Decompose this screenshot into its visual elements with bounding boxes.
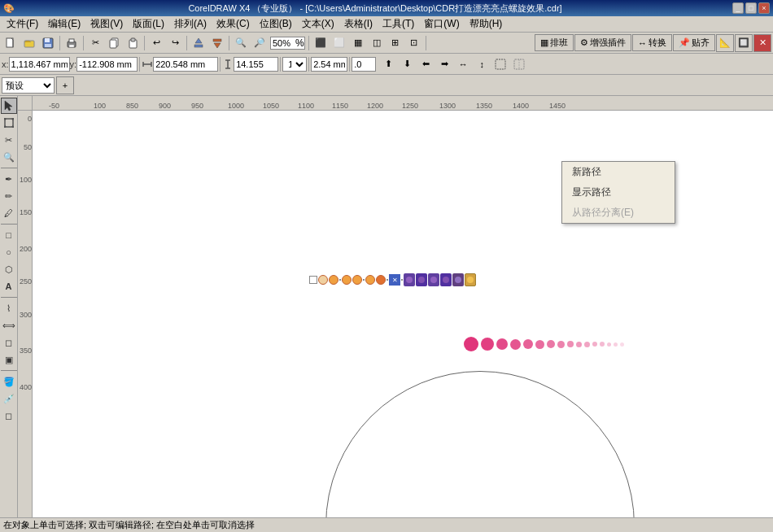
zhantie-button[interactable]: 📌 贴齐 — [673, 34, 715, 51]
text-tool[interactable]: A — [1, 278, 17, 294]
dot-14 — [614, 342, 618, 347]
redo-button[interactable]: ↪ — [166, 34, 184, 52]
bezier-tool[interactable]: ✏ — [1, 188, 17, 204]
align-right[interactable]: ⬅ — [417, 55, 435, 73]
x-input[interactable] — [9, 57, 70, 72]
ruler-vtick: 50 — [24, 143, 32, 151]
ornament-2 — [329, 275, 338, 285]
zhuanhuan-button[interactable]: ↔ 转换 — [632, 34, 672, 51]
tb-btn-6[interactable]: ⊡ — [405, 34, 423, 52]
open-button[interactable] — [20, 34, 38, 52]
menu-window[interactable]: 窗口(W) — [419, 15, 464, 33]
font-select[interactable]: 14 — [282, 57, 307, 72]
dot-5 — [535, 340, 544, 349]
align-top[interactable]: ➡ — [435, 55, 453, 73]
cut-button[interactable]: ✂ — [86, 34, 104, 52]
tb-btn-1[interactable]: ⬛ — [312, 34, 330, 52]
context-new-path[interactable]: 新路径 — [562, 162, 675, 182]
extrude-tool[interactable]: ◻ — [1, 334, 17, 351]
height-input[interactable] — [234, 57, 278, 72]
y-label: y: — [70, 59, 77, 69]
context-show-path[interactable]: 显示路径 — [562, 182, 675, 203]
spacing-input[interactable] — [311, 57, 347, 72]
zoom-input-group[interactable]: % — [270, 37, 305, 50]
rotation-input[interactable] — [352, 57, 376, 72]
copy-button[interactable] — [105, 34, 123, 52]
maximize-button[interactable]: □ — [745, 2, 757, 14]
menu-layout[interactable]: 版面(L) — [128, 15, 169, 33]
ruler-vtick: 300 — [20, 311, 32, 319]
preset-select[interactable]: 预设 — [2, 77, 55, 94]
freehand-tool[interactable]: ✒ — [1, 171, 17, 187]
polygon-tool[interactable]: ⬡ — [1, 261, 17, 277]
connector-tool[interactable]: ⌇ — [1, 300, 17, 316]
extra-tb-3[interactable]: ✕ — [753, 34, 771, 52]
window-controls[interactable]: _ □ × — [732, 2, 770, 14]
menu-help[interactable]: 帮助(H) — [465, 15, 508, 33]
save-button[interactable] — [39, 34, 57, 52]
extra-tb-2[interactable]: 🔲 — [735, 34, 753, 52]
ruler-tick: 1150 — [332, 102, 348, 110]
shape-tool[interactable] — [1, 115, 17, 131]
menu-file[interactable]: 文件(F) — [2, 15, 43, 33]
large-circle[interactable] — [325, 371, 635, 517]
select-tool[interactable] — [1, 98, 17, 114]
menu-arrange[interactable]: 排列(A) — [169, 15, 212, 33]
export-button[interactable] — [208, 34, 226, 52]
menu-edit[interactable]: 编辑(E) — [43, 15, 85, 33]
undo-button[interactable]: ↩ — [147, 34, 165, 52]
import-button[interactable] — [190, 34, 207, 52]
extra-tb-1[interactable]: 📐 — [716, 34, 734, 52]
tb-btn-5[interactable]: ⊞ — [386, 34, 404, 52]
circle-tool[interactable]: ○ — [1, 244, 17, 260]
menu-table[interactable]: 表格(I) — [339, 15, 378, 33]
ornament-chain[interactable]: ✕ — [309, 273, 476, 286]
blend-tool[interactable]: ⟺ — [1, 317, 17, 334]
status-bar: 在对象上单击可选择; 双击可编辑路径; 在空白处单击可取消选择 — [0, 517, 773, 532]
shadow-tool[interactable]: ▣ — [1, 351, 17, 368]
eraser-tool[interactable]: ◻ — [1, 408, 17, 424]
svg-rect-22 — [496, 59, 505, 69]
tb-btn-4[interactable]: ◫ — [368, 34, 386, 52]
zengjia-button[interactable]: ⚙ 增强插件 — [574, 34, 631, 51]
minimize-button[interactable]: _ — [732, 2, 744, 14]
snap-toolbar: ▦ 排班 ⚙ 增强插件 ↔ 转换 📌 贴齐 📐 🔲 ✕ — [535, 34, 771, 52]
paste-button[interactable] — [124, 34, 142, 52]
fill-tool[interactable]: 🪣 — [1, 373, 17, 390]
zoom-input[interactable] — [271, 38, 295, 48]
add-preset-button[interactable]: + — [56, 76, 74, 94]
new-button[interactable] — [2, 34, 20, 52]
eyedropper-tool[interactable]: 💉 — [1, 390, 17, 407]
ungroup-btn[interactable] — [510, 55, 528, 73]
zoom-in-button[interactable]: 🔎 — [251, 34, 269, 52]
menu-effects[interactable]: 效果(C) — [212, 15, 255, 33]
zoom-tool[interactable]: 🔍 — [1, 149, 17, 165]
svg-rect-11 — [131, 38, 135, 41]
tb-btn-2[interactable]: ⬜ — [330, 34, 348, 52]
ruler-vtick: 350 — [20, 347, 32, 355]
ruler-tick: 1200 — [367, 102, 383, 110]
tb-btn-3[interactable]: ▦ — [349, 34, 367, 52]
width-input[interactable] — [153, 57, 218, 72]
print-button[interactable] — [63, 34, 81, 52]
purple-ornament-4 — [440, 273, 452, 286]
flip-h[interactable]: ↔ — [454, 55, 472, 73]
zoom-out-button[interactable]: 🔍 — [232, 34, 250, 52]
align-center[interactable]: ⬇ — [398, 55, 416, 73]
menu-tools[interactable]: 工具(T) — [378, 15, 419, 33]
group-btn[interactable] — [491, 55, 509, 73]
svg-rect-7 — [69, 45, 74, 47]
flip-v[interactable]: ↕ — [473, 55, 491, 73]
rectangle-tool[interactable]: □ — [1, 227, 17, 243]
y-input[interactable] — [76, 57, 138, 72]
menu-bitmap[interactable]: 位图(B) — [255, 15, 297, 33]
dot-2 — [496, 338, 508, 350]
crop-tool[interactable]: ✂ — [1, 132, 17, 148]
menu-text[interactable]: 文本(X) — [297, 15, 339, 33]
menu-view[interactable]: 视图(V) — [85, 15, 128, 33]
close-button[interactable]: × — [758, 2, 770, 14]
align-left[interactable]: ⬆ — [379, 55, 397, 73]
svg-rect-4 — [45, 44, 51, 47]
paiban-button[interactable]: ▦ 排班 — [535, 34, 574, 51]
calligraphy-tool[interactable]: 🖊 — [1, 205, 17, 221]
